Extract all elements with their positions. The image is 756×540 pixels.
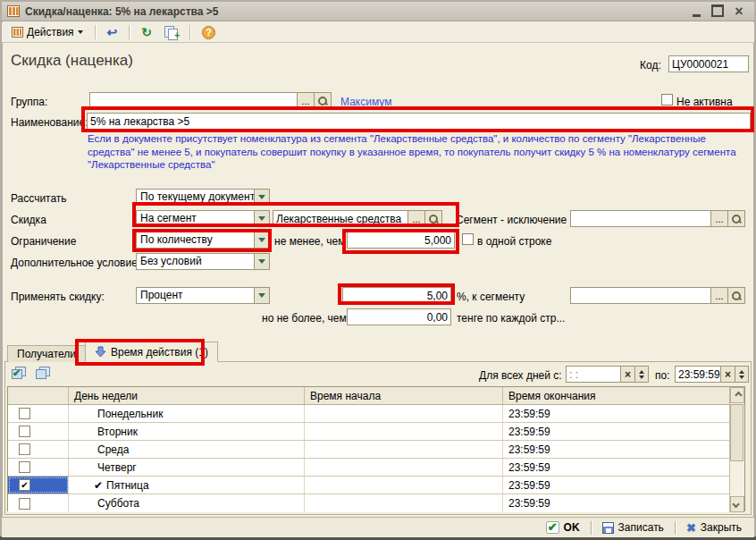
footer-separator [675, 521, 676, 535]
table-row[interactable]: Среда 23:59:59 [8, 441, 729, 459]
magnifier-icon [317, 96, 328, 106]
titlebar: Скидка/наценка: 5% на лекарства >5 × [2, 2, 754, 21]
window-title: Скидка/наценка: 5% на лекарства >5 [25, 5, 685, 18]
reread-arrow-icon: ↩ [107, 26, 118, 38]
filter-from-spinner[interactable] [634, 366, 649, 383]
row-checkbox[interactable] [19, 461, 30, 473]
tab-recipients[interactable]: Получатели [7, 345, 86, 362]
discount-segment-field[interactable]: Лекарственные средства [273, 210, 408, 227]
floppy-icon [602, 522, 614, 534]
maximize-button[interactable] [711, 5, 724, 18]
help-icon: ? [202, 26, 215, 39]
header-end: Время окончания [503, 387, 729, 404]
header-day: День недели [69, 387, 305, 404]
table-row[interactable]: Суббота 23:59:59 [8, 494, 729, 512]
calc-label: Рассчитать [11, 192, 67, 205]
tab-time-active[interactable]: Время действия (1) [85, 342, 218, 362]
refresh-icon: ↻ [141, 26, 152, 38]
schedule-table: День недели Время начала Время окончания… [7, 386, 745, 511]
chevron-down-icon[interactable] [254, 288, 269, 303]
save-button[interactable]: Записать [599, 520, 668, 535]
scrollbar-thumb[interactable] [730, 404, 743, 461]
table-row[interactable]: Четверг 23:59:59 [8, 459, 729, 477]
magnifier-icon [731, 214, 742, 224]
code-label: Код: [640, 59, 661, 72]
inactive-label: Не активна [676, 96, 733, 108]
reread-button[interactable]: ↩ [103, 23, 122, 41]
chevron-down-icon[interactable] [254, 211, 269, 226]
set-all-flags-button[interactable]: ✔ [12, 367, 29, 383]
segment-search-button[interactable] [424, 210, 442, 227]
group-field[interactable] [89, 92, 298, 109]
close-form-button[interactable]: ✖ Закрыть [683, 520, 745, 536]
apply-segment-search-button[interactable] [727, 287, 745, 304]
filter-to-spinner[interactable] [735, 366, 749, 383]
app-icon [7, 5, 20, 17]
close-button[interactable]: × [733, 5, 745, 18]
table-header-row: День недели Время начала Время окончания [8, 387, 729, 405]
limit-type-select[interactable]: По количеству [136, 232, 270, 249]
ok-label: OK [564, 521, 580, 534]
scroll-down-button[interactable] [730, 496, 744, 512]
extra-cond-label: Дополнительное условие [11, 257, 138, 269]
selected-flag-cell[interactable]: ✔ [8, 477, 69, 494]
segment-excl-ellipsis-button[interactable]: ... [710, 210, 728, 227]
apply-value-field[interactable]: 5,00 [342, 287, 451, 304]
row-checkbox[interactable] [19, 443, 30, 455]
help-button[interactable]: ? [197, 23, 220, 42]
apply-segment-ellipsis-button[interactable]: ... [710, 287, 728, 304]
filter-label: Для всех дней с: [479, 369, 562, 382]
discount-type-select[interactable]: На сегмент [136, 210, 270, 227]
discount-description-hint: Если в документе присутствует номенклату… [88, 132, 752, 172]
segment-excl-search-button[interactable] [727, 210, 745, 227]
table-row[interactable]: Вторник 23:59:59 [8, 423, 729, 441]
scrollbar-track[interactable] [730, 403, 744, 496]
max-label: но не более, чем [262, 312, 347, 325]
actions-menu-button[interactable]: Действия [7, 23, 88, 41]
clear-all-flags-button[interactable] [36, 367, 54, 383]
apply-segment-field[interactable] [570, 287, 711, 304]
header-start: Время начала [305, 387, 503, 404]
group-ellipsis-button[interactable]: ... [297, 92, 315, 109]
vertical-scrollbar[interactable] [729, 387, 744, 512]
apply-type-select[interactable]: Процент [136, 287, 270, 304]
discount-window: Скидка/наценка: 5% на лекарства >5 × Дей… [0, 0, 756, 540]
scroll-up-button[interactable] [730, 387, 744, 403]
code-field[interactable]: ЦУ0000021 [668, 55, 749, 72]
one-line-label: в одной строке [477, 235, 551, 248]
chevron-down-icon[interactable] [254, 190, 269, 205]
extra-cond-select[interactable]: Без условий [136, 253, 270, 270]
row-checkbox-checked[interactable]: ✔ [19, 479, 30, 491]
refresh-button[interactable]: ↻ [137, 23, 156, 41]
group-label: Группа: [11, 96, 47, 108]
segment-ellipsis-button[interactable]: ... [407, 210, 425, 227]
group-search-button[interactable] [314, 92, 332, 109]
actions-label: Действия [27, 26, 74, 38]
copy-button[interactable]: + [160, 23, 182, 41]
chevron-down-icon[interactable] [254, 254, 269, 269]
row-checkbox[interactable] [19, 426, 30, 437]
table-row-selected[interactable]: ✔ ✔Пятница 23:59:59 [8, 477, 729, 494]
filter-from-field[interactable]: : : [566, 366, 621, 383]
segment-excl-field[interactable] [570, 210, 711, 227]
maximum-link[interactable]: Максимум [340, 96, 391, 108]
row-checkbox[interactable] [19, 498, 30, 510]
calc-select[interactable]: По текущему документу [136, 189, 270, 206]
apply-label: Применять скидку: [11, 291, 105, 303]
row-checkbox[interactable] [19, 408, 30, 419]
inactive-checkbox[interactable] [661, 94, 673, 105]
chevron-down-icon[interactable] [254, 232, 269, 248]
max-suffix-label: тенге по каждой стр... [457, 312, 565, 325]
table-row[interactable]: Понедельник 23:59:59 [8, 405, 729, 423]
one-line-checkbox[interactable] [462, 233, 474, 245]
max-value-field[interactable]: 0,00 [347, 308, 451, 325]
minimize-button[interactable] [690, 5, 702, 18]
ok-button[interactable]: ✔ OK [542, 520, 584, 535]
name-field[interactable]: 5% на лекарства >5 [87, 113, 751, 130]
apply-suffix-label: %, к сегменту [457, 291, 525, 303]
limit-value-field[interactable]: 5,000 [347, 232, 455, 249]
filter-to-clear-button[interactable]: × [720, 366, 735, 383]
magnifier-icon [428, 214, 439, 224]
filter-to-field[interactable]: 23:59:59 [675, 366, 721, 383]
filter-from-clear-button[interactable]: × [620, 366, 635, 383]
